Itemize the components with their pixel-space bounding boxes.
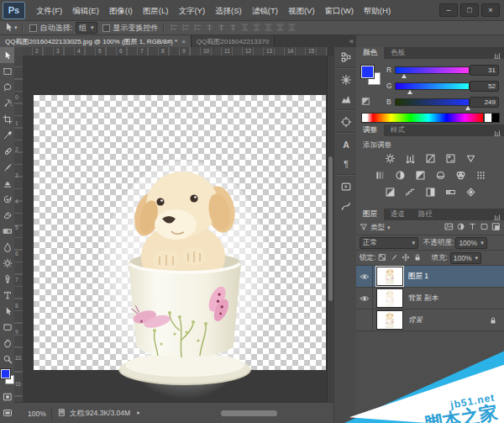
properties-panel-button[interactable] (334, 70, 357, 89)
align-vertical-centers-icon[interactable] (181, 23, 191, 32)
channel-value[interactable]: 31 (470, 65, 499, 76)
document-tab[interactable]: QQ截图2016042213370 (192, 35, 275, 47)
shape-tool[interactable] (0, 319, 14, 335)
arrow-right-icon[interactable] (135, 410, 142, 416)
eyedropper-tool[interactable] (0, 127, 14, 143)
opacity-dropdown[interactable]: 100% ▾ (455, 237, 486, 249)
menu-item[interactable]: 文字(Y) (173, 1, 210, 20)
tool-presets-panel-button[interactable] (334, 196, 357, 215)
eye-icon[interactable] (360, 293, 370, 304)
align-bottom-edges-icon[interactable] (193, 23, 202, 32)
brush-tool[interactable] (0, 159, 14, 175)
posterize-adjustment-button[interactable] (403, 185, 417, 198)
lock-transparency-button[interactable] (378, 253, 386, 263)
clone-stamp-tool[interactable] (0, 175, 14, 191)
healing-brush-tool[interactable] (0, 143, 14, 159)
align-left-edges-icon[interactable] (205, 23, 214, 32)
actions-panel-button[interactable] (334, 177, 357, 196)
menu-item[interactable]: 选择(S) (210, 1, 247, 20)
blend-mode-dropdown[interactable]: 正常 ▾ (360, 237, 418, 249)
layer-thumbnail[interactable] (376, 288, 403, 308)
distribute-bottom-edges-icon[interactable] (264, 23, 273, 32)
channel-mixer-adjustment-button[interactable] (454, 168, 468, 182)
black-white-icon[interactable] (361, 97, 370, 106)
paragraph-panel-button[interactable]: ¶ (334, 154, 357, 173)
menu-item[interactable]: 图像(I) (104, 1, 138, 20)
hand-tool[interactable] (0, 335, 14, 351)
transparent-canvas[interactable] (34, 95, 326, 370)
align-horizontal-centers-icon[interactable] (217, 23, 226, 32)
align-top-edges-icon[interactable] (170, 23, 179, 32)
layer-row[interactable]: 背景 副本 (356, 288, 504, 309)
lock-position-button[interactable] (402, 253, 410, 263)
distribute-top-edges-icon[interactable] (240, 23, 249, 32)
tab-样式[interactable]: 样式 (384, 124, 412, 136)
align-right-edges-icon[interactable] (228, 23, 238, 32)
photo-filter-adjustment-button[interactable] (433, 168, 448, 182)
foreground-color-swatch[interactable] (1, 369, 10, 378)
document-tab[interactable]: QQ截图20160422133025.jpg @ 100% (图层 1, RGB… (0, 35, 192, 47)
menu-item[interactable]: 编辑(E) (67, 1, 104, 20)
type-tool[interactable] (0, 287, 14, 303)
tab-路径[interactable]: 路径 (412, 209, 439, 220)
filter-pixel-button[interactable] (444, 222, 454, 233)
color-swatches[interactable] (361, 66, 383, 87)
vibrance-adjustment-button[interactable] (464, 151, 478, 165)
fill-dropdown[interactable]: 100% ▾ (450, 252, 481, 264)
blur-tool[interactable] (0, 239, 14, 255)
lasso-tool[interactable] (0, 79, 14, 95)
menu-item[interactable]: 图层(L) (138, 1, 174, 20)
pen-tool[interactable] (0, 271, 14, 287)
black-white-adjustment-button[interactable] (413, 168, 428, 182)
invert-adjustment-button[interactable] (383, 185, 397, 198)
dodge-tool[interactable] (0, 255, 14, 271)
slider-thumb-icon[interactable] (407, 90, 412, 94)
eraser-tool[interactable] (0, 207, 14, 223)
funnel-icon[interactable] (360, 223, 368, 231)
tab-颜色[interactable]: 颜色 (356, 47, 384, 59)
layer-visibility-toggle[interactable] (356, 266, 373, 287)
levels-adjustment-button[interactable] (403, 151, 417, 165)
menu-item[interactable]: 视图(V) (283, 1, 320, 20)
brightness-contrast-adjustment-button[interactable] (383, 151, 397, 165)
distribute-left-edges-icon[interactable] (276, 23, 285, 32)
color-lookup-adjustment-button[interactable] (474, 168, 488, 182)
maximize-button[interactable]: □ (460, 3, 479, 17)
path-selection-tool[interactable] (0, 303, 14, 319)
menu-item[interactable]: 滤镜(T) (247, 1, 283, 20)
quick-mask-tool[interactable] (0, 389, 14, 404)
channel-slider[interactable] (395, 82, 470, 90)
info-panel-button[interactable] (334, 112, 357, 131)
auto-select-dropdown[interactable]: 组 ▾ (76, 22, 97, 34)
channel-value[interactable]: 52 (470, 81, 499, 92)
lock-pixels-button[interactable] (390, 253, 398, 263)
color-balance-adjustment-button[interactable] (393, 168, 407, 182)
collapse-dock-icon[interactable]: « (349, 37, 353, 45)
show-transform-checkbox[interactable] (102, 24, 110, 32)
tab-调整[interactable]: 调整 (356, 124, 384, 136)
auto-select-checkbox[interactable] (29, 24, 37, 32)
tool-preset-caret-icon[interactable]: ▾ (14, 24, 18, 31)
filter-smart-button[interactable] (491, 222, 501, 233)
threshold-adjustment-button[interactable] (423, 185, 438, 198)
color-spectrum-ramp[interactable] (361, 113, 484, 123)
close-tab-icon[interactable]: × (181, 38, 186, 45)
filter-adjustment-button[interactable] (456, 222, 465, 233)
layer-name[interactable]: 图层 1 (408, 272, 428, 282)
layer-row[interactable]: 图层 1 (356, 266, 504, 288)
history-panel-button[interactable] (334, 47, 357, 66)
tool-color-swatches[interactable] (0, 368, 14, 389)
menu-item[interactable]: 帮助(H) (359, 1, 396, 20)
channel-slider[interactable] (395, 66, 470, 74)
tab-通道[interactable]: 通道 (384, 209, 412, 220)
foreground-color-swatch[interactable] (361, 66, 374, 78)
layer-thumbnail[interactable] (376, 267, 403, 286)
move-tool[interactable] (0, 47, 14, 63)
exposure-adjustment-button[interactable] (444, 151, 458, 165)
selective-color-adjustment-button[interactable] (464, 185, 478, 198)
layer-visibility-toggle[interactable] (356, 309, 373, 330)
hue-saturation-adjustment-button[interactable] (373, 168, 387, 182)
move-icon[interactable] (3, 22, 14, 33)
tab-色板[interactable]: 色板 (384, 47, 412, 59)
filter-shape-button[interactable] (480, 222, 489, 233)
